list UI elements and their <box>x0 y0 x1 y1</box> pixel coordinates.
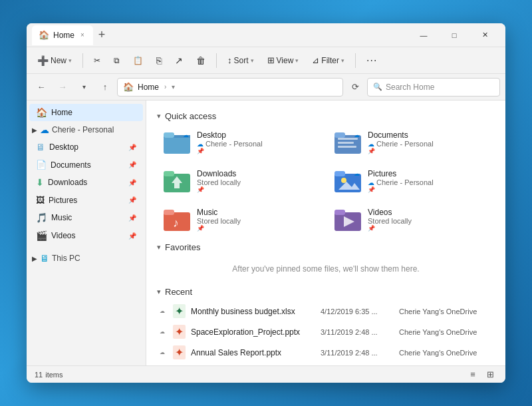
sidebar-item-documents[interactable]: 📄 Documents 📌 <box>29 156 143 173</box>
main-content: 🏠 Home ▶ ☁ Cherie - Personal 🖥 Desktop 📌… <box>27 101 505 365</box>
cut-icon: ✂ <box>94 56 100 65</box>
cut-button[interactable]: ✂ <box>88 53 106 68</box>
videos-icon: 🎬 <box>36 230 47 241</box>
minimize-button[interactable]: — <box>408 25 439 46</box>
sort-chevron: ▾ <box>251 57 254 64</box>
sidebar-cherie-label: Cherie - Personal <box>52 125 114 134</box>
recent-item-0-date: 4/12/2019 6:35 ... <box>321 307 394 315</box>
more-button[interactable]: ··· <box>361 52 382 69</box>
recent-item-2-onedrive-icon: ☁ <box>160 349 168 355</box>
videos-label: Videos <box>51 231 124 240</box>
pictures-icon: 🖼 <box>36 195 45 205</box>
music-item-name: Music <box>197 208 241 217</box>
search-box[interactable]: 🔍 Search Home <box>367 78 500 97</box>
close-button[interactable]: ✕ <box>469 25 500 46</box>
sidebar-cherie-group[interactable]: ▶ ☁ Cherie - Personal <box>27 122 146 138</box>
desktop-folder-icon: ☁ <box>164 130 190 154</box>
downloads-item-info: Downloads Stored locally 📌 <box>197 169 241 193</box>
view-icon: ⊞ <box>267 55 275 65</box>
sidebar-item-home[interactable]: 🏠 Home <box>29 104 143 121</box>
recent-header[interactable]: ▾ Recent <box>157 287 495 297</box>
back-icon: ← <box>37 82 46 92</box>
recent-item-2-file-icon: ✦ <box>173 345 186 359</box>
forward-icon: → <box>59 82 67 92</box>
recent-item-2[interactable]: ☁ ✦ Annual Sales Report.pptx 3/11/2019 2… <box>157 342 495 363</box>
documents-item-info: Documents ☁ Cherie - Personal 📌 <box>368 130 434 154</box>
recent-item-1-onedrive-icon: ☁ <box>160 329 168 335</box>
share-button[interactable]: ↗ <box>170 53 188 69</box>
quick-item-pictures[interactable]: ☁ Pictures ☁ Cherie - Personal 📌 <box>328 164 495 198</box>
sep2 <box>216 53 217 68</box>
toolbar: ➕ New ▾ ✂ ⧉ 📋 ⎘ ↗ 🗑 ↕ Sort ▾ ⊞ <box>27 47 505 74</box>
recent-chevron: ▾ <box>157 288 161 296</box>
sort-label: Sort <box>234 56 249 65</box>
up-button[interactable]: ↑ <box>96 78 114 97</box>
quick-item-downloads[interactable]: Downloads Stored locally 📌 <box>157 164 324 198</box>
sidebar: 🏠 Home ▶ ☁ Cherie - Personal 🖥 Desktop 📌… <box>27 101 146 365</box>
maximize-button[interactable]: □ <box>439 25 469 46</box>
refresh-button[interactable]: ⟳ <box>346 78 364 97</box>
quick-access-label: Quick access <box>165 111 216 121</box>
home-tab-close[interactable]: × <box>78 30 86 40</box>
new-button[interactable]: ➕ New ▾ <box>32 53 77 69</box>
downloads-pin: 📌 <box>197 186 241 193</box>
downloads-pin-icon: 📌 <box>128 179 136 186</box>
favorites-label: Favorites <box>165 242 200 252</box>
view-controls: ≡ ⊞ <box>466 368 497 381</box>
sidebar-thispc-group[interactable]: ▶ 🖥 This PC <box>27 250 146 266</box>
list-view-button[interactable]: ≡ <box>466 368 480 381</box>
desktop-item-info: Desktop ☁ Cherie - Personal 📌 <box>197 130 263 154</box>
downloads-folder-icon <box>164 169 190 193</box>
filter-button[interactable]: ⊿ Filter ▾ <box>307 53 350 68</box>
sidebar-spacer <box>27 245 146 250</box>
sep3 <box>355 53 356 68</box>
documents-folder-icon: ☁ <box>334 130 361 154</box>
recent-item-0[interactable]: ☁ ✦ Monthly business budget.xlsx 4/12/20… <box>157 301 495 321</box>
view-chevron: ▾ <box>295 57 299 64</box>
quick-item-videos[interactable]: Videos Stored locally 📌 <box>328 202 495 237</box>
copy-path-button[interactable]: ⎘ <box>151 53 167 69</box>
sidebar-item-desktop[interactable]: 🖥 Desktop 📌 <box>29 138 143 156</box>
svg-rect-20 <box>334 210 345 215</box>
refresh-icon: ⟳ <box>352 82 359 92</box>
recent-locations-button[interactable]: ▾ <box>74 78 93 97</box>
recent-item-1-location: Cherie Yang's OneDrive <box>399 328 492 336</box>
copy-button[interactable]: ⧉ <box>108 53 125 68</box>
paste-button[interactable]: 📋 <box>128 53 148 68</box>
grid-view-button[interactable]: ⊞ <box>483 368 497 381</box>
pictures-label: Pictures <box>49 196 124 205</box>
desktop-cloud-icon: ☁ <box>197 140 203 148</box>
delete-button[interactable]: 🗑 <box>191 53 211 69</box>
home-tab[interactable]: 🏠 Home × <box>32 25 93 45</box>
cherie-cloud-icon: ☁ <box>40 124 49 135</box>
thispc-expand-icon: ▶ <box>32 255 37 262</box>
quick-item-music[interactable]: ♪ Music Stored locally 📌 <box>157 202 324 237</box>
file-explorer-window: 🏠 Home × + — □ ✕ ➕ New ▾ ✂ ⧉ 📋 ⎘ <box>27 23 505 383</box>
forward-button[interactable]: → <box>53 78 72 97</box>
quick-access-header[interactable]: ▾ Quick access <box>157 111 495 121</box>
desktop-icon: 🖥 <box>36 142 45 152</box>
view-button[interactable]: ⊞ View ▾ <box>262 53 305 68</box>
quick-item-documents[interactable]: ☁ Documents ☁ Cherie - Personal 📌 <box>328 125 495 160</box>
documents-icon: 📄 <box>36 160 47 170</box>
address-bar: ← → ▾ ↑ 🏠 Home › ▾ ⟳ 🔍 Search Home <box>27 74 505 101</box>
address-input[interactable]: 🏠 Home › ▾ <box>117 78 343 97</box>
sort-button[interactable]: ↕ Sort ▾ <box>222 53 259 68</box>
favorites-header[interactable]: ▾ Favorites <box>157 242 495 252</box>
sidebar-item-downloads[interactable]: ⬇ Downloads 📌 <box>29 174 143 191</box>
sidebar-item-pictures[interactable]: 🖼 Pictures 📌 <box>29 192 143 208</box>
pictures-item-name: Pictures <box>368 169 434 178</box>
documents-item-sub: ☁ Cherie - Personal <box>368 140 434 148</box>
recent-item-1-name: SpaceExploration_Project.pptx <box>191 327 315 337</box>
list-view-icon: ≡ <box>470 369 475 379</box>
sidebar-item-videos[interactable]: 🎬 Videos 📌 <box>29 227 143 244</box>
music-pin: 📌 <box>197 225 241 232</box>
quick-item-desktop[interactable]: ☁ Desktop ☁ Cherie - Personal 📌 <box>157 125 324 160</box>
videos-item-info: Videos Stored locally 📌 <box>368 208 412 232</box>
sidebar-item-music[interactable]: 🎵 Music 📌 <box>29 209 143 226</box>
new-tab-button[interactable]: + <box>93 28 111 42</box>
recent-item-1[interactable]: ☁ ✦ SpaceExploration_Project.pptx 3/11/2… <box>157 321 495 342</box>
recent-item-0-file-icon: ✦ <box>173 304 186 318</box>
recent-label: Recent <box>165 287 192 297</box>
back-button[interactable]: ← <box>32 78 51 97</box>
